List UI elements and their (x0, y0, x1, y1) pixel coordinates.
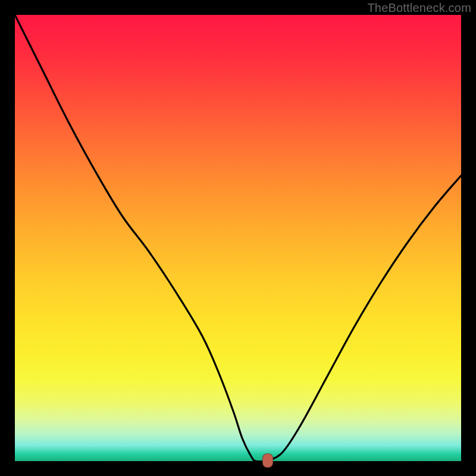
plot-area (15, 15, 461, 461)
bottleneck-curve (15, 15, 461, 461)
optimum-marker (262, 453, 273, 468)
watermark-text: TheBottleneck.com (367, 1, 471, 15)
chart-frame: TheBottleneck.com (0, 0, 476, 476)
